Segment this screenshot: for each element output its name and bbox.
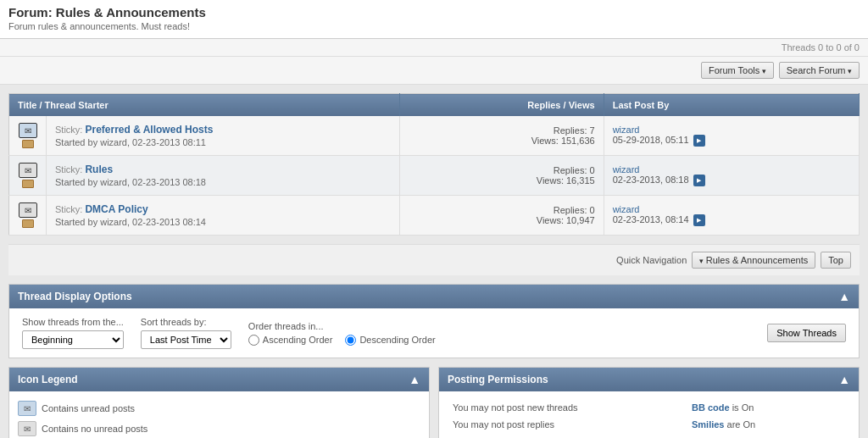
thread-link[interactable]: Rules [85, 164, 113, 175]
permissions-row: You may not post attachments [IMG] code … [449, 434, 849, 438]
thread-meta: Started by wizard, 02-23-2013 08:14 [55, 217, 391, 227]
last-post-time: 05-29-2018, 05:11 [613, 135, 689, 145]
sort-by-group: Sort threads by: Last Post Time [141, 317, 231, 349]
thread-info-cell: Sticky: DMCA Policy Started by wizard, 0… [47, 196, 400, 236]
legend-read-label: Contains no unread posts [42, 424, 147, 434]
sticky-label: Sticky: [55, 125, 85, 135]
thread-info-cell: Sticky: Preferred & Allowed Hosts Starte… [47, 116, 400, 156]
thread-table: Title / Thread Starter Replies / Views L… [8, 93, 860, 236]
sort-by-select[interactable]: Last Post Time [141, 330, 231, 349]
perm-label: You may not post new threads [449, 400, 687, 415]
perm-value-cell: BB code is On [688, 400, 849, 415]
replies-views-cell: Replies: 7 Views: 151,636 [399, 116, 604, 156]
legend-unread-label: Contains unread posts [42, 403, 135, 413]
options-title: Thread Display Options [18, 291, 132, 302]
thread-envelope-icon: ✉ [19, 202, 37, 218]
options-body: Show threads from the... Beginning Sort … [9, 308, 859, 358]
show-threads-group: Show threads from the... Beginning [22, 317, 124, 349]
last-post-cell: wizard 05-29-2018, 05:11 [604, 116, 859, 156]
order-label: Order threads in... [248, 321, 436, 331]
table-row: ✉ Sticky: Rules Started by wizard, 02-23… [9, 156, 860, 196]
perm-is: are [727, 419, 743, 430]
sticky-label: Sticky: [55, 204, 85, 214]
goto-post-icon[interactable] [693, 175, 705, 186]
sticky-label: Sticky: [55, 164, 85, 175]
thread-display-options: Thread Display Options ▲ Show threads fr… [8, 284, 860, 358]
order-desc-label[interactable]: Descending Order [345, 335, 435, 346]
permissions-row: You may not post replies Smilies are On [449, 417, 849, 432]
icon-legend-body: ✉ Contains unread posts ✉ Contains no un… [9, 391, 429, 438]
goto-post-icon[interactable] [693, 214, 705, 226]
views-count: Views: 10,947 [409, 215, 595, 225]
thread-link[interactable]: DMCA Policy [85, 203, 147, 215]
thread-meta: Started by wizard, 02-23-2013 08:11 [55, 137, 391, 147]
order-asc-label[interactable]: Ascending Order [248, 335, 333, 346]
last-post-cell: wizard 02-23-2013, 08:14 [604, 196, 859, 236]
thread-sticky-marker [22, 219, 34, 228]
show-threads-button[interactable]: Show Threads [767, 324, 846, 342]
permissions-table: You may not post new threads BB code is … [448, 398, 850, 438]
search-forum-button[interactable]: Search Forum [779, 62, 860, 79]
forum-header: Forum: Rules & Announcements Forum rules… [0, 0, 868, 39]
icon-legend-panel: Icon Legend ▲ ✉ Contains unread posts ✉ … [8, 367, 430, 438]
order-options: Ascending Order Descending Order [248, 335, 436, 346]
icon-legend-collapse[interactable]: ▲ [409, 373, 420, 386]
thread-envelope-icon: ✉ [19, 123, 37, 138]
permissions-header: Posting Permissions ▲ [439, 368, 859, 391]
threads-count: Threads 0 to 0 of 0 [0, 39, 868, 57]
thread-envelope-icon: ✉ [19, 163, 37, 178]
quick-nav-label: Quick Navigation [616, 255, 687, 265]
perm-code: BB code [692, 402, 730, 413]
thread-sticky-marker [22, 180, 34, 188]
page-wrapper: Forum: Rules & Announcements Forum rules… [0, 0, 868, 438]
legend-read-icon: ✉ [18, 421, 36, 436]
last-post-cell: wizard 02-23-2013, 08:18 [604, 156, 859, 196]
perm-label: You may not post attachments [449, 434, 687, 438]
last-post-user-link[interactable]: wizard [613, 125, 640, 135]
thread-icon-cell: ✉ [9, 196, 47, 236]
views-count: Views: 151,636 [409, 136, 595, 146]
replies-views-cell: Replies: 0 Views: 16,315 [399, 156, 604, 196]
last-post-user-link[interactable]: wizard [613, 164, 640, 175]
thread-link[interactable]: Preferred & Allowed Hosts [85, 124, 213, 136]
views-count: Views: 16,315 [409, 175, 595, 186]
show-threads-select[interactable]: Beginning [22, 330, 124, 349]
goto-post-icon[interactable] [693, 135, 705, 147]
thread-icon-cell: ✉ [9, 116, 47, 156]
perm-value-cell: [IMG] code is On [688, 434, 849, 438]
thread-list-section: Title / Thread Starter Replies / Views L… [0, 85, 868, 244]
perm-val: On [742, 402, 754, 413]
permissions-collapse[interactable]: ▲ [838, 373, 850, 386]
order-asc-radio[interactable] [248, 335, 259, 346]
replies-count: Replies: 0 [409, 165, 595, 175]
order-desc-text: Descending Order [359, 335, 435, 345]
last-post-user-link[interactable]: wizard [613, 204, 640, 214]
replies-count: Replies: 0 [409, 205, 595, 215]
col-lastpost: Last Post By [604, 94, 859, 117]
thread-info-cell: Sticky: Rules Started by wizard, 02-23-2… [47, 156, 400, 196]
quick-nav-dropdown[interactable]: Rules & Announcements [692, 252, 815, 269]
perm-val: On [743, 419, 756, 430]
legend-unread: ✉ Contains unread posts [18, 398, 420, 419]
order-desc-radio[interactable] [345, 335, 356, 346]
last-post-time: 02-23-2013, 08:14 [613, 214, 689, 225]
options-collapse-icon[interactable]: ▲ [838, 290, 850, 303]
icon-legend-title: Icon Legend [18, 374, 78, 385]
forum-title: Forum: Rules & Announcements [8, 5, 860, 19]
legend-unread-icon: ✉ [18, 401, 36, 416]
icon-legend-header: Icon Legend ▲ [9, 368, 429, 391]
forum-tools-button[interactable]: Forum Tools [701, 62, 774, 79]
sort-by-label: Sort threads by: [141, 317, 231, 327]
options-header: Thread Display Options ▲ [9, 285, 859, 308]
perm-value-cell: Smilies are On [688, 417, 849, 432]
last-post-time: 02-23-2013, 08:18 [613, 175, 689, 185]
quick-nav-top[interactable]: Top [821, 252, 851, 269]
col-title: Title / Thread Starter [9, 94, 400, 117]
thread-meta: Started by wizard, 02-23-2013 08:18 [55, 177, 391, 187]
replies-views-cell: Replies: 0 Views: 10,947 [399, 196, 604, 236]
bottom-panels: Icon Legend ▲ ✉ Contains unread posts ✉ … [8, 367, 860, 438]
thread-icon-cell: ✉ [9, 156, 47, 196]
posting-permissions-panel: Posting Permissions ▲ You may not post n… [438, 367, 860, 438]
permissions-title: Posting Permissions [448, 374, 548, 385]
toolbar: Forum Tools Search Forum [0, 57, 868, 85]
